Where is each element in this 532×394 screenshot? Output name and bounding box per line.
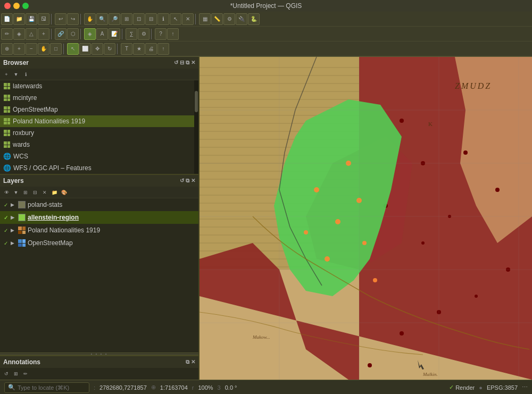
layers-filter-icon[interactable]: ▼ [12,188,20,197]
checkbox-allenstein[interactable]: ✓ [2,214,10,221]
layers-expand-icon[interactable]: ⊞ [21,188,30,197]
expand-poland-nat[interactable]: ▶ [11,228,17,233]
plugins-icon[interactable]: 🔌 [236,13,247,25]
settings-icon[interactable]: ⚙ [223,13,235,25]
new-project-icon[interactable]: 📄 [1,13,13,25]
select-features-icon[interactable]: ↖ [67,43,79,55]
open-project-icon[interactable]: 📁 [13,13,25,25]
zoom-layer-icon[interactable]: ⊡ [133,13,145,25]
zoom-in2-icon[interactable]: + [13,43,25,55]
maximize-button[interactable] [22,3,29,9]
browser-refresh-icon[interactable]: ↺ [174,60,178,66]
print-icon[interactable]: 🖨 [145,43,157,55]
move-icon[interactable]: ✥ [92,43,103,55]
checkbox-poland-nat[interactable]: ✓ [2,227,10,234]
label-icon[interactable]: A [96,28,108,40]
node-tool-icon[interactable]: ◈ [13,28,25,40]
checkbox-poland-stats[interactable]: ✓ [2,201,10,208]
identify-icon[interactable]: ℹ [157,13,169,25]
scale-display[interactable]: 1:7163704 [160,384,188,391]
layers-remove-icon[interactable]: ✕ [40,188,49,197]
layer-poland-nat[interactable]: ✓ ▶ Poland Nationalities 1919 [0,224,198,237]
checkbox-osm[interactable]: ✓ [2,239,10,247]
layer-allenstein[interactable]: ✓ ▶ allenstein-region [0,211,198,224]
browser-close-icon[interactable]: ✕ [191,60,195,66]
save-as-icon[interactable]: 🖫 [38,13,49,25]
annotation-add-icon[interactable]: ↺ [2,370,11,378]
locate-input[interactable] [18,384,81,391]
annotation-layer-icon[interactable]: ⊞ [12,370,20,378]
browser-add-icon[interactable]: + [2,70,11,79]
rotate-icon[interactable]: ↻ [104,43,115,55]
layers-style-icon[interactable]: 🎨 [60,188,68,197]
save-project-icon[interactable]: 💾 [26,13,37,25]
locate-bar[interactable]: 🔍 [4,382,89,393]
layer-osm[interactable]: ✓ ▶ OpenStreetMap [0,237,198,249]
layers-float-icon[interactable]: ⧉ [186,178,189,184]
annotations-float-icon[interactable]: ⧉ [186,359,189,365]
pan2-icon[interactable]: ✋ [38,43,49,55]
expand-osm[interactable]: ▶ [11,240,17,246]
browser-info-icon[interactable]: ℹ [21,70,30,79]
pan-icon[interactable]: ✋ [84,13,96,25]
layers-refresh-icon[interactable]: ↺ [180,178,184,184]
add-feature-icon[interactable]: + [38,28,49,40]
zoom-box-icon[interactable]: □ [50,43,62,55]
browser-item-laterwards[interactable]: laterwards [0,80,194,92]
epsg-display[interactable]: EPSG:3857 [487,384,518,391]
layers-close-icon[interactable]: ✕ [191,178,195,184]
text-label-icon[interactable]: T [121,43,132,55]
redo-icon[interactable]: ↪ [67,13,79,25]
deselect-icon[interactable]: ✕ [182,13,194,25]
close-button[interactable] [4,3,11,9]
browser-item-roxbury[interactable]: roxbury [0,127,194,139]
render-toggle[interactable]: ✓ Render [449,384,475,391]
status-more-icon[interactable]: ⋯ [522,384,528,391]
map-nav-icon[interactable]: ⊕ [1,43,13,55]
undo-icon[interactable]: ↩ [55,13,66,25]
layer-poland-stats[interactable]: ✓ ▶ poland-stats [0,198,198,211]
select-icon[interactable]: ↖ [170,13,181,25]
select-rect-icon[interactable]: ⬜ [79,43,91,55]
browser-item-mcintyre[interactable]: mcintyre [0,92,194,104]
expand-poland-stats[interactable]: ▶ [11,202,17,207]
snapping-icon[interactable]: 🔗 [55,28,66,40]
python-icon[interactable]: 🐍 [248,13,260,25]
zoom-in-icon[interactable]: 🔍 [96,13,108,25]
browser-filter-icon[interactable]: ▼ [12,70,20,79]
digitize-icon[interactable]: △ [26,28,37,40]
layers-group-icon[interactable]: 📁 [50,188,59,197]
browser-collapse-icon[interactable]: ⊟ [180,60,184,66]
zoom-full-icon[interactable]: ⊞ [121,13,132,25]
attribute-table-icon[interactable]: ▦ [199,13,211,25]
annotations-close-icon[interactable]: ✕ [191,359,195,365]
field-calc-icon[interactable]: ∑ [126,28,137,40]
browser-item-osm[interactable]: OpenStreetMap [0,104,194,115]
edit-icon[interactable]: ✏ [1,28,13,40]
rotation-display[interactable]: 100% [198,384,213,391]
share-icon[interactable]: ↑ [167,28,179,40]
annotation-icon[interactable]: 📝 [109,28,120,40]
zoom-out-icon[interactable]: 🔎 [109,13,120,25]
processing-icon[interactable]: ⚙ [138,28,149,40]
highlight-icon[interactable]: ◈ [84,28,96,40]
layers-collapse-icon[interactable]: ⊟ [31,188,39,197]
topology-icon[interactable]: ⬡ [67,28,79,40]
zoom-select-icon[interactable]: ⊟ [145,13,157,25]
annotation-edit-icon[interactable]: ✏ [21,370,30,378]
map-canvas[interactable]: ZMUDZ K [200,57,532,380]
minimize-button[interactable] [13,3,20,9]
star-icon[interactable]: ★ [133,43,145,55]
help-icon[interactable]: ? [155,28,167,40]
browser-item-poland[interactable]: Poland Nationalities 1919 [0,115,194,127]
browser-item-wards[interactable]: wards [0,139,194,150]
browser-wfs[interactable]: 🌐 WFS / OGC API – Features [0,162,194,174]
layers-add-icon[interactable]: 👁 [2,188,11,197]
export-icon[interactable]: ↑ [157,43,169,55]
browser-float-icon[interactable]: ⧉ [186,60,189,66]
zoom-out2-icon[interactable]: − [26,43,37,55]
expand-allenstein[interactable]: ▶ [11,215,17,220]
browser-wcs[interactable]: 🌐 WCS [0,150,194,162]
angle-display[interactable]: 0.0 ° [225,384,237,391]
measure-icon[interactable]: 📏 [211,13,223,25]
